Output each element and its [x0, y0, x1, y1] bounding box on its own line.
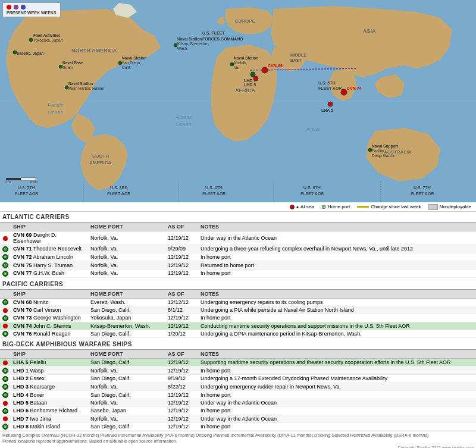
- ship-id: LHD 3: [13, 384, 29, 390]
- port-cell: Norfolk, Va.: [88, 253, 165, 261]
- col-indicator: [0, 223, 11, 231]
- table-row: CVN 69 Dwight D. EisenhowerNorfolk, Va.1…: [0, 231, 476, 245]
- asof-cell: 12/12/12: [165, 298, 198, 306]
- ship-id: CVN 74: [13, 323, 32, 329]
- svg-text:FLEET AOR: FLEET AOR: [15, 192, 38, 196]
- change-legend: Change since last week: [357, 204, 421, 209]
- svg-point-46: [118, 61, 122, 65]
- svg-text:LHD 5: LHD 5: [244, 83, 256, 87]
- asof-cell: 12/19/12: [165, 261, 198, 270]
- asof-cell: 9/19/12: [165, 375, 198, 383]
- indicator-cell: ⊕: [0, 269, 11, 277]
- ship-cell: CVN 74 John C. Stennis: [11, 322, 88, 330]
- data-section: ATLANTIC CARRIERS SHIP HOME PORT AS OF N…: [0, 212, 476, 431]
- ship-id: CVN 77: [13, 270, 32, 276]
- table-row: ⊕CVN 71 Theodore RooseveltNorfolk, Va.9/…: [0, 245, 476, 253]
- notes-cell: In home port: [198, 269, 476, 277]
- green-home-icon: ⊕: [2, 392, 8, 398]
- asof-cell: 12/19/12: [165, 269, 198, 277]
- svg-text:AFRICA: AFRICA: [235, 87, 255, 93]
- svg-text:Va.: Va.: [234, 65, 239, 70]
- indicator-cell: ⊕: [0, 406, 11, 415]
- table-row: CVN 70 Carl VinsonSan Diego, Calif.8/1/1…: [0, 306, 476, 314]
- svg-text:Naval Station: Naval Station: [234, 56, 258, 60]
- notes-cell: Undergoing emergency repairs to its cool…: [198, 298, 476, 306]
- map-section: Pacific Ocean Atlantic Ocean Indian U.S.…: [0, 0, 476, 202]
- red-dot: [3, 416, 8, 421]
- notes-cell: Supporting maritime security operations …: [198, 359, 476, 366]
- ship-name: Nimitz: [33, 299, 48, 305]
- table-row: ⊕CVN 68 NimitzEverett, Wash.12/12/12Unde…: [0, 298, 476, 306]
- ship-id: LHD 1: [13, 368, 29, 374]
- svg-point-54: [230, 62, 234, 66]
- indicator-cell: [0, 322, 11, 330]
- ship-cell: CVN 69 Dwight D. Eisenhower: [11, 231, 88, 245]
- asof-cell: 9/29/09: [165, 245, 198, 253]
- asof-cell: 12/19/12: [165, 366, 198, 375]
- bigdeck-table: SHIP HOME PORT AS OF NOTES LHA 5 Peleliu…: [0, 350, 476, 431]
- svg-text:2000: 2000: [30, 180, 38, 184]
- port-cell: San Diego, Calif.: [88, 391, 165, 399]
- ship-name: G.H.W. Bush: [33, 270, 64, 276]
- col-asof: AS OF: [165, 223, 198, 231]
- svg-point-22: [262, 67, 268, 73]
- table-row: ⊕LHD 6 Bonhomme RichardSasebo, Japan12/1…: [0, 406, 476, 415]
- table-row: ⊕CVN 77 G.H.W. BushNorfolk, Va.12/19/12I…: [0, 269, 476, 277]
- svg-text:FLEET AOR: FLEET AOR: [107, 192, 130, 196]
- ship-id: CVN 76: [13, 331, 32, 337]
- svg-text:FLEET AOR: FLEET AOR: [300, 192, 324, 196]
- col-asof2: AS OF: [165, 290, 198, 299]
- notes-cell: Undergoing a 17-month Extended Drydockin…: [198, 375, 476, 383]
- green-home-icon: ⊕: [2, 424, 8, 430]
- indicator-cell: ⊕: [0, 375, 11, 383]
- asof-cell: 12/19/12: [165, 359, 198, 366]
- ship-id: CVN 72: [13, 254, 32, 260]
- ship-cell: LHD 1 Wasp: [11, 366, 88, 375]
- green-home-icon: ⊕: [2, 246, 8, 252]
- map-legend: PRESENT WEEK WEEKS: [2, 2, 61, 17]
- green-home-icon: ⊕: [2, 315, 8, 321]
- col-notes2: NOTES: [198, 290, 476, 299]
- pacific-carriers-table: SHIP HOME PORT AS OF NOTES ⊕CVN 68 Nimit…: [0, 290, 476, 339]
- ship-cell: LHD 4 Boxer: [11, 391, 88, 399]
- footer: Refueling Complex Overhaul (RCOH-32 mont…: [0, 431, 476, 445]
- col-ship3: SHIP: [11, 350, 88, 359]
- footer-notes: Refueling Complex Overhaul (RCOH-32 mont…: [2, 433, 474, 438]
- svg-text:Ocean: Ocean: [176, 121, 192, 127]
- svg-text:Wash.: Wash.: [177, 46, 188, 51]
- asof-cell: 12/19/12: [165, 314, 198, 322]
- asof-cell: 12/19/12: [165, 399, 198, 406]
- asof-cell: 12/19/12: [165, 422, 198, 431]
- notes-cell: Undergoing emergency rudder repair in Ne…: [198, 383, 476, 391]
- port-cell: Norfolk, Va.: [88, 366, 165, 375]
- green-home-icon: ⊕: [2, 271, 8, 277]
- port-cell: Norfolk, Va.: [88, 415, 165, 422]
- pacific-carriers-header: PACIFIC CARRIERS: [0, 279, 476, 290]
- port-cell: Kitsap-Bremerton, Wash.: [88, 322, 165, 330]
- indicator-cell: [0, 231, 11, 245]
- svg-text:Naval Station: Naval Station: [177, 37, 202, 41]
- svg-text:U.S. 7TH: U.S. 7TH: [414, 186, 431, 190]
- ship-id: CVN 71: [13, 246, 32, 252]
- table-row: LHD 5 BataanNorfolk, Va.12/19/12Under wa…: [0, 399, 476, 406]
- green-home-icon: ⊕: [2, 384, 8, 390]
- svg-text:ASIA: ASIA: [363, 28, 376, 34]
- indicator-cell: [0, 359, 11, 366]
- indicator-cell: [0, 415, 11, 422]
- indicator-cell: ⊕: [0, 383, 11, 391]
- indicator-cell: ⊕: [0, 245, 11, 253]
- svg-text:Kitsap, Bremerton,: Kitsap, Bremerton,: [177, 42, 209, 46]
- svg-text:SOUTH: SOUTH: [92, 153, 109, 159]
- notes-cell: In home port: [198, 314, 476, 322]
- table-row: ⊕LHD 2 EssexSan Diego, Calif.9/19/12Unde…: [0, 375, 476, 383]
- port-cell: San Diego, Calif.: [88, 422, 165, 431]
- col-port: HOME PORT: [88, 223, 165, 231]
- ship-name: Essex: [30, 375, 45, 381]
- svg-text:CVN-69: CVN-69: [268, 64, 283, 68]
- indicator-cell: [0, 399, 11, 406]
- col-ship2: SHIP: [11, 290, 88, 299]
- svg-point-36: [13, 51, 17, 54]
- col-notes: NOTES: [198, 223, 476, 231]
- ship-name: Harry S. Truman: [33, 262, 73, 268]
- ship-cell: CVN 72 Abraham Lincoln: [11, 253, 88, 261]
